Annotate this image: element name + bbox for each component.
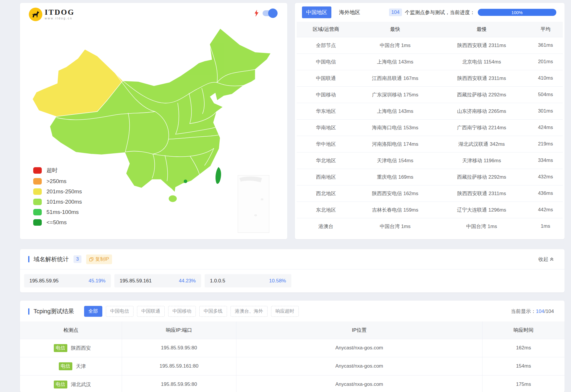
- tab-china-region[interactable]: 中国地区: [302, 6, 331, 18]
- table-row[interactable]: 中国联通 江西南昌联通 167ms 陕西西安联通 2311ms 410ms: [297, 70, 563, 86]
- section-accent-bar: [28, 308, 29, 315]
- table-row[interactable]: 电信 天津 195.85.59.161:80 Anycast/nxa-gos.c…: [20, 357, 565, 375]
- cell-response-time: 162ms: [482, 339, 565, 357]
- table-row[interactable]: 中国电信 上海电信 143ms 北京电信 1154ms 201ms: [297, 53, 563, 70]
- ip-percent: 10.58%: [269, 278, 286, 284]
- column-header: IP位置: [236, 321, 482, 339]
- cell-fastest: 陕西西安电信 162ms: [355, 185, 435, 202]
- cell-slowest: 广西南宁移动 2214ms: [435, 119, 528, 136]
- column-header: 区域/运营商: [297, 22, 355, 37]
- cell-region: 东北地区: [297, 202, 355, 218]
- legend-color-swatch: [33, 209, 42, 215]
- cell-region: 华东地区: [297, 103, 355, 119]
- page: ITDOG www.itdog.cn: [20, 3, 565, 392]
- table-row[interactable]: 全部节点 中国台湾 1ms 陕西西安联通 2311ms 361ms: [297, 37, 563, 53]
- cell-region: 西北地区: [297, 185, 355, 202]
- column-header: 检测点: [20, 321, 122, 339]
- legend-row: 51ms-100ms: [33, 209, 82, 215]
- table-row[interactable]: 西南地区 重庆电信 169ms 西藏拉萨移动 2292ms 432ms: [297, 169, 563, 185]
- cell-average: 442ms: [528, 202, 563, 218]
- legend-color-swatch: [33, 178, 42, 185]
- ip-address: 1.0.0.5: [210, 278, 225, 284]
- display-count-label: 当前显示：: [511, 309, 536, 314]
- cell-region: 西南地区: [297, 169, 355, 185]
- cell-average: 361ms: [528, 37, 563, 53]
- logo-text: ITDOG www.itdog.cn: [45, 9, 75, 20]
- legend-row: <=50ms: [33, 219, 82, 226]
- carrier-badge: 电信: [54, 344, 67, 352]
- table-row[interactable]: 港澳台 中国台湾 1ms 中国台湾 1ms 1ms: [297, 218, 563, 234]
- dns-ip-chip[interactable]: 195.85.59.95 45.19%: [24, 274, 111, 287]
- cell-region: 华南地区: [297, 119, 355, 136]
- table-row[interactable]: 西北地区 陕西西安电信 162ms 陕西西安联通 2311ms 436ms: [297, 185, 563, 202]
- cell-fastest: 上海电信 143ms: [355, 53, 435, 70]
- filter-button[interactable]: 响应超时: [271, 306, 299, 317]
- cell-ip-position: Anycast/nxa-gos.com: [236, 339, 482, 357]
- section-accent-bar: [28, 256, 29, 262]
- dns-ip-list: 195.85.59.95 45.19% 195.85.59.161 44.23%…: [20, 269, 565, 287]
- cell-slowest: 山东济南移动 2265ms: [435, 103, 528, 119]
- table-row[interactable]: 电信 陕西西安 195.85.59.95:80 Anycast/nxa-gos.…: [20, 339, 565, 357]
- table-row[interactable]: 中国移动 广东深圳移动 175ms 西藏拉萨移动 2292ms 504ms: [297, 86, 563, 103]
- cell-slowest: 陕西西安联通 2311ms: [435, 185, 528, 202]
- tcping-results-card: Tcping测试结果 全部 中国电信 中国联通 中国移动 中国多线 港澳台、海外…: [20, 301, 565, 392]
- latency-map-card: ITDOG www.itdog.cn: [20, 3, 287, 239]
- speed-toggle-group: [254, 9, 277, 17]
- legend-label: 201ms-250ms: [46, 188, 82, 195]
- cell-region: 华中地区: [297, 136, 355, 152]
- display-count-total: /104: [544, 309, 554, 314]
- cell-average: 201ms: [528, 53, 563, 70]
- table-row[interactable]: 东北地区 吉林长春电信 159ms 辽宁大连联通 1296ms 442ms: [297, 202, 563, 218]
- cell-slowest: 陕西西安联通 2311ms: [435, 70, 528, 86]
- cell-response-time: 175ms: [482, 375, 565, 392]
- copy-icon: [89, 257, 94, 262]
- display-count: 当前显示：104/104: [511, 308, 554, 315]
- toggle-knob: [268, 9, 278, 18]
- filter-button[interactable]: 中国联通: [137, 306, 165, 317]
- region-stats-card: 中国地区 海外地区 104 个监测点参与测试，当前进度： 100% 区域/运营商…: [295, 3, 565, 239]
- column-header: 最慢: [435, 22, 528, 37]
- tcping-filters: 全部 中国电信 中国联通 中国移动 中国多线 港澳台、海外 响应超时: [84, 306, 302, 317]
- legend-row: 超时: [33, 167, 82, 174]
- node-location: 陕西西安: [71, 345, 91, 351]
- legend-label: 超时: [46, 167, 58, 174]
- table-row[interactable]: 电信 湖北武汉 195.85.59.95:80 Anycast/nxa-gos.…: [20, 375, 565, 392]
- dns-section-title: 域名解析统计: [34, 255, 69, 263]
- tcping-table: 检测点响应IP:端口IP位置响应时间 电信 陕西西安 195.85.59.95:…: [20, 321, 565, 392]
- filter-button[interactable]: 中国电信: [106, 306, 133, 317]
- cell-slowest: 陕西西安联通 2311ms: [435, 37, 528, 53]
- table-row[interactable]: 华东地区 上海电信 143ms 山东济南移动 2265ms 301ms: [297, 103, 563, 119]
- ip-address: 195.85.59.95: [29, 278, 59, 284]
- filter-button[interactable]: 港澳台、海外: [231, 306, 268, 317]
- dns-ip-chip[interactable]: 1.0.0.5 10.58%: [205, 274, 291, 287]
- chevron-double-up-icon: [550, 257, 554, 262]
- filter-button[interactable]: 中国移动: [168, 306, 196, 317]
- collapse-button[interactable]: 收起: [538, 256, 554, 263]
- cell-fastest: 上海电信 143ms: [355, 103, 435, 119]
- display-count-current: 104: [536, 309, 544, 314]
- cell-slowest: 北京电信 1154ms: [435, 53, 528, 70]
- logo-title: ITDOG: [45, 9, 75, 16]
- cell-ip-position: Anycast/nxa-gos.com: [236, 375, 482, 392]
- carrier-badge: 电信: [59, 362, 72, 370]
- cell-average: 424ms: [528, 119, 563, 136]
- map-toggle-switch[interactable]: [263, 10, 277, 16]
- table-row[interactable]: 华中地区 河南洛阳电信 174ms 湖北武汉联通 342ms 219ms: [297, 136, 563, 152]
- cell-average: 334ms: [528, 152, 563, 169]
- table-row[interactable]: 华南地区 海南海口电信 153ms 广西南宁移动 2214ms 424ms: [297, 119, 563, 136]
- tab-overseas-region[interactable]: 海外地区: [335, 6, 364, 18]
- copy-ip-button[interactable]: 复制IP: [86, 254, 112, 264]
- table-row[interactable]: 华北地区 天津电信 154ms 天津移动 1196ms 334ms: [297, 152, 563, 169]
- lightning-icon: [254, 9, 259, 17]
- filter-button[interactable]: 中国多线: [199, 306, 227, 317]
- dog-logo-icon: [29, 8, 42, 21]
- cell-slowest: 天津移动 1196ms: [435, 152, 528, 169]
- dns-ip-chip[interactable]: 195.85.59.161 44.23%: [114, 274, 201, 287]
- column-header: 响应时间: [482, 321, 565, 339]
- monitor-progress-group: 104 个监测点参与测试，当前进度： 100%: [389, 9, 556, 16]
- cell-ip-position: Anycast/nxa-gos.com: [236, 357, 482, 375]
- dns-count-badge: 3: [74, 255, 81, 263]
- cell-ip-port: 195.85.59.161:80: [122, 357, 236, 375]
- cell-slowest: 西藏拉萨移动 2292ms: [435, 86, 528, 103]
- filter-button[interactable]: 全部: [84, 306, 102, 317]
